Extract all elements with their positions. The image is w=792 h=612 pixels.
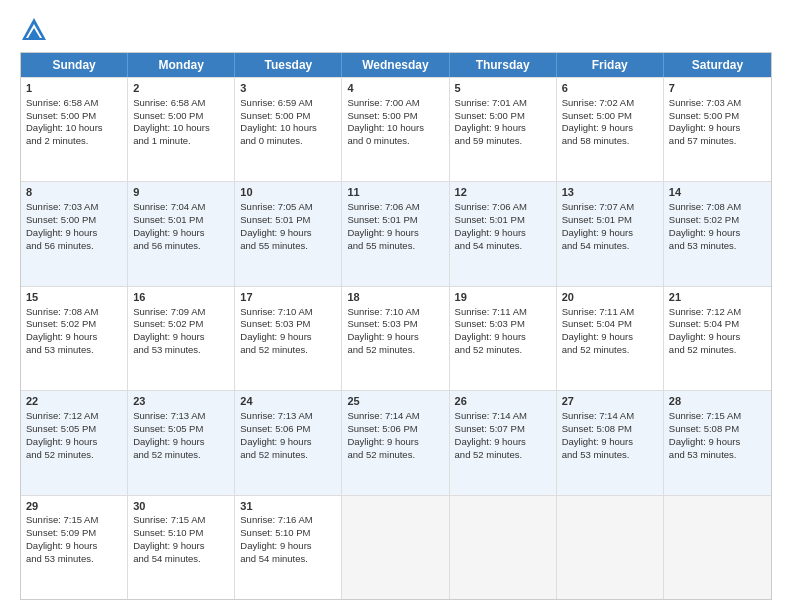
day-info-line: Sunrise: 7:15 AM [133, 514, 229, 527]
day-info-line: Daylight: 9 hours [240, 227, 336, 240]
day-info-line: Sunrise: 7:10 AM [347, 306, 443, 319]
day-info-line: Daylight: 9 hours [26, 436, 122, 449]
day-info-line: Daylight: 9 hours [26, 331, 122, 344]
day-info-line: Sunrise: 7:12 AM [669, 306, 766, 319]
day-info-line: Daylight: 9 hours [562, 436, 658, 449]
calendar-body: 1Sunrise: 6:58 AMSunset: 5:00 PMDaylight… [21, 77, 771, 599]
day-info-line: and 52 minutes. [669, 344, 766, 357]
header-day-tuesday: Tuesday [235, 53, 342, 77]
day-info-line: and 56 minutes. [26, 240, 122, 253]
day-info-line: Sunrise: 7:11 AM [562, 306, 658, 319]
day-info-line: Sunset: 5:05 PM [26, 423, 122, 436]
day-info-line: Sunrise: 6:58 AM [133, 97, 229, 110]
calendar-row-3: 15Sunrise: 7:08 AMSunset: 5:02 PMDayligh… [21, 286, 771, 390]
day-info-line: and 52 minutes. [133, 449, 229, 462]
day-info-line: Sunrise: 7:03 AM [669, 97, 766, 110]
day-info-line: Daylight: 10 hours [133, 122, 229, 135]
day-number: 4 [347, 81, 443, 96]
day-info-line: and 54 minutes. [562, 240, 658, 253]
day-info-line: and 52 minutes. [562, 344, 658, 357]
day-info-line: and 52 minutes. [240, 449, 336, 462]
day-info-line: and 52 minutes. [455, 344, 551, 357]
empty-cell [450, 496, 557, 599]
day-info-line: Sunset: 5:06 PM [347, 423, 443, 436]
day-info-line: and 52 minutes. [347, 449, 443, 462]
day-number: 27 [562, 394, 658, 409]
day-info-line: Daylight: 9 hours [669, 122, 766, 135]
day-info-line: Daylight: 9 hours [347, 331, 443, 344]
day-cell-8: 8Sunrise: 7:03 AMSunset: 5:00 PMDaylight… [21, 182, 128, 285]
calendar-row-1: 1Sunrise: 6:58 AMSunset: 5:00 PMDaylight… [21, 77, 771, 181]
day-info-line: and 0 minutes. [240, 135, 336, 148]
day-cell-9: 9Sunrise: 7:04 AMSunset: 5:01 PMDaylight… [128, 182, 235, 285]
day-number: 12 [455, 185, 551, 200]
day-info-line: Daylight: 9 hours [669, 331, 766, 344]
day-info-line: Daylight: 9 hours [26, 540, 122, 553]
day-cell-26: 26Sunrise: 7:14 AMSunset: 5:07 PMDayligh… [450, 391, 557, 494]
day-info-line: Daylight: 9 hours [133, 540, 229, 553]
day-info-line: Sunset: 5:00 PM [455, 110, 551, 123]
day-number: 20 [562, 290, 658, 305]
day-number: 17 [240, 290, 336, 305]
header-day-thursday: Thursday [450, 53, 557, 77]
day-cell-15: 15Sunrise: 7:08 AMSunset: 5:02 PMDayligh… [21, 287, 128, 390]
day-info-line: Sunrise: 7:07 AM [562, 201, 658, 214]
day-info-line: and 53 minutes. [669, 240, 766, 253]
day-info-line: Sunrise: 6:58 AM [26, 97, 122, 110]
day-info-line: Sunrise: 7:03 AM [26, 201, 122, 214]
empty-cell [557, 496, 664, 599]
day-info-line: Sunrise: 7:08 AM [669, 201, 766, 214]
day-info-line: Sunset: 5:00 PM [26, 110, 122, 123]
day-info-line: Sunrise: 7:06 AM [347, 201, 443, 214]
day-info-line: and 53 minutes. [133, 344, 229, 357]
day-info-line: Sunset: 5:02 PM [26, 318, 122, 331]
day-info-line: Daylight: 9 hours [562, 227, 658, 240]
day-info-line: Sunrise: 7:05 AM [240, 201, 336, 214]
day-number: 14 [669, 185, 766, 200]
day-info-line: Sunset: 5:00 PM [669, 110, 766, 123]
day-number: 2 [133, 81, 229, 96]
day-info-line: Sunrise: 7:14 AM [455, 410, 551, 423]
day-info-line: Daylight: 9 hours [347, 436, 443, 449]
day-info-line: Sunset: 5:01 PM [347, 214, 443, 227]
day-info-line: Daylight: 9 hours [669, 436, 766, 449]
day-info-line: and 54 minutes. [240, 553, 336, 566]
day-info-line: Daylight: 10 hours [347, 122, 443, 135]
day-info-line: and 0 minutes. [347, 135, 443, 148]
day-cell-28: 28Sunrise: 7:15 AMSunset: 5:08 PMDayligh… [664, 391, 771, 494]
day-cell-12: 12Sunrise: 7:06 AMSunset: 5:01 PMDayligh… [450, 182, 557, 285]
day-info-line: and 59 minutes. [455, 135, 551, 148]
day-number: 31 [240, 499, 336, 514]
day-number: 25 [347, 394, 443, 409]
logo [20, 16, 52, 44]
day-cell-5: 5Sunrise: 7:01 AMSunset: 5:00 PMDaylight… [450, 78, 557, 181]
day-info-line: and 52 minutes. [26, 449, 122, 462]
day-cell-4: 4Sunrise: 7:00 AMSunset: 5:00 PMDaylight… [342, 78, 449, 181]
day-cell-19: 19Sunrise: 7:11 AMSunset: 5:03 PMDayligh… [450, 287, 557, 390]
calendar-row-5: 29Sunrise: 7:15 AMSunset: 5:09 PMDayligh… [21, 495, 771, 599]
day-info-line: Sunset: 5:02 PM [133, 318, 229, 331]
day-info-line: Sunset: 5:01 PM [455, 214, 551, 227]
day-info-line: Sunrise: 7:01 AM [455, 97, 551, 110]
empty-cell [664, 496, 771, 599]
day-info-line: Daylight: 9 hours [347, 227, 443, 240]
day-cell-11: 11Sunrise: 7:06 AMSunset: 5:01 PMDayligh… [342, 182, 449, 285]
day-cell-2: 2Sunrise: 6:58 AMSunset: 5:00 PMDaylight… [128, 78, 235, 181]
day-info-line: Daylight: 9 hours [240, 540, 336, 553]
day-number: 29 [26, 499, 122, 514]
day-number: 28 [669, 394, 766, 409]
day-info-line: Daylight: 9 hours [669, 227, 766, 240]
day-info-line: Sunrise: 7:12 AM [26, 410, 122, 423]
day-cell-1: 1Sunrise: 6:58 AMSunset: 5:00 PMDaylight… [21, 78, 128, 181]
header-day-sunday: Sunday [21, 53, 128, 77]
day-info-line: and 55 minutes. [240, 240, 336, 253]
day-cell-20: 20Sunrise: 7:11 AMSunset: 5:04 PMDayligh… [557, 287, 664, 390]
day-info-line: Sunrise: 7:14 AM [562, 410, 658, 423]
day-number: 9 [133, 185, 229, 200]
day-cell-3: 3Sunrise: 6:59 AMSunset: 5:00 PMDaylight… [235, 78, 342, 181]
day-info-line: Sunrise: 7:10 AM [240, 306, 336, 319]
day-info-line: Sunset: 5:03 PM [347, 318, 443, 331]
day-info-line: Daylight: 9 hours [133, 436, 229, 449]
day-cell-25: 25Sunrise: 7:14 AMSunset: 5:06 PMDayligh… [342, 391, 449, 494]
day-cell-13: 13Sunrise: 7:07 AMSunset: 5:01 PMDayligh… [557, 182, 664, 285]
